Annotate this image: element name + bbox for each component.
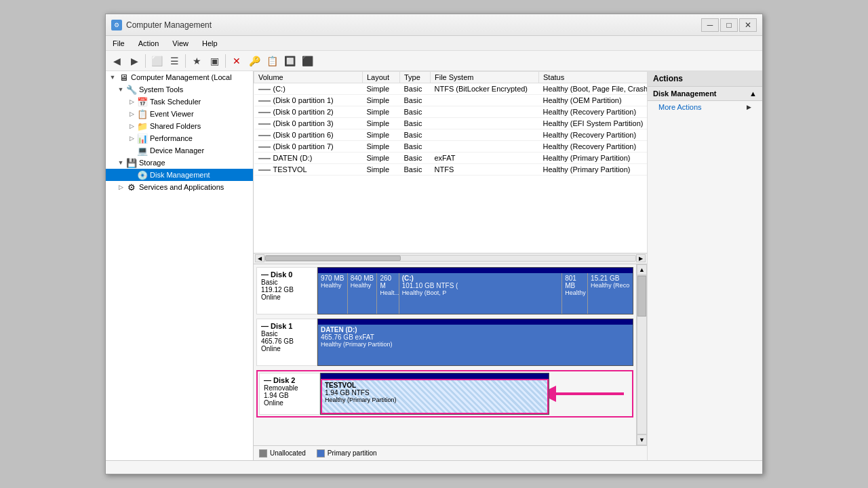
disk-row-2[interactable]: — Disk 2 Removable 1.94 GB Online TESTVO… [256, 370, 633, 418]
cell-layout: Simple [363, 141, 400, 152]
legend-unallocated-label: Unallocated [270, 449, 306, 457]
cell-status: Healthy (OEM Partition) [539, 95, 648, 106]
tree-shared-folders[interactable]: ▷ 📁 Shared Folders [106, 120, 253, 132]
col-header-status: Status [539, 72, 648, 83]
tree-storage[interactable]: ▼ 💾 Storage [106, 157, 253, 169]
table-row[interactable]: (Disk 0 partition 2) Simple Basic Health… [254, 106, 648, 118]
legend-unallocated: Unallocated [259, 449, 306, 458]
table-row[interactable]: (Disk 0 partition 1) Simple Basic Health… [254, 95, 648, 106]
properties-button[interactable]: ⬛ [299, 53, 315, 69]
delete-button[interactable]: ✕ [229, 53, 245, 69]
part-status: Healthy (Primary Partition) [325, 396, 545, 403]
app-icon: ⚙ [111, 20, 122, 30]
more-actions-arrow: ▶ [747, 104, 751, 110]
tree-task-scheduler[interactable]: ▷ 📅 Task Scheduler [106, 96, 253, 108]
menu-view[interactable]: View [165, 38, 195, 49]
disk-part-0-2[interactable]: 260 M Healt... [377, 273, 399, 314]
info-button[interactable]: 📋 [264, 53, 280, 69]
task-expand-icon: ▷ [127, 98, 136, 106]
back-button[interactable]: ◀ [108, 53, 125, 69]
show-hide-button[interactable]: ☰ [166, 53, 182, 69]
forward-button[interactable]: ▶ [126, 53, 142, 69]
disk-scroll-content[interactable]: — Disk 0 Basic 119.12 GB Online 970 MB H… [254, 264, 636, 446]
cell-status: Healthy (Recovery Partition) [539, 129, 648, 141]
cell-volume: (Disk 0 partition 6) [254, 129, 363, 141]
legend-primary-box [317, 449, 325, 458]
table-row[interactable]: TESTVOL Simple Basic NTFS Healthy (Prima… [254, 164, 648, 176]
table-row[interactable]: (C:) Simple Basic NTFS (BitLocker Encryp… [254, 83, 648, 95]
menu-help[interactable]: Help [195, 38, 224, 49]
v-scroll-down[interactable]: ▼ [637, 434, 647, 445]
tree-panel: ▼ 🖥 Computer Management (Local ▼ 🔧 Syste… [106, 71, 254, 460]
disk-part-2-0[interactable]: TESTVOL 1.94 GB NTFS Healthy (Primary Pa… [321, 379, 549, 414]
disk-status: Online [261, 345, 313, 352]
minimize-button[interactable]: ─ [701, 18, 719, 32]
toolbar: ◀ ▶ ⬜ ☰ ★ ▣ ✕ 🔑 📋 🔲 ⬛ [106, 51, 762, 71]
toolbar-sep-1 [145, 54, 146, 68]
disk-label-0: — Disk 0 Basic 119.12 GB Online [256, 267, 317, 314]
table-row[interactable]: (Disk 0 partition 6) Simple Basic Health… [254, 129, 648, 141]
refresh-button[interactable]: 🔲 [281, 53, 298, 69]
disk-part-1-0[interactable]: DATEN (D:) 465.76 GB exFAT Healthy (Prim… [318, 325, 633, 365]
menu-file[interactable]: File [106, 38, 132, 49]
config-button[interactable]: 🔑 [246, 53, 262, 69]
h-scroll-left[interactable]: ◀ [255, 254, 264, 262]
disk-part-0-3[interactable]: (C:) 101.10 GB NTFS ( Healthy (Boot, P [399, 273, 563, 314]
disk-part-0-4[interactable]: 801 MB Healthy [562, 273, 588, 314]
tree-task-scheduler-label: Task Scheduler [150, 98, 201, 106]
cell-volume: TESTVOL [254, 164, 363, 176]
disk-bar [321, 373, 549, 379]
tree-disk-management[interactable]: 💿 Disk Management [106, 169, 253, 181]
disk-bar [318, 319, 633, 325]
export-button[interactable]: ▣ [206, 53, 222, 69]
part-size: 840 MB [351, 274, 374, 282]
tree-event-viewer[interactable]: ▷ 📋 Event Viewer [106, 108, 253, 120]
disk-part-0-0[interactable]: 970 MB Healthy [318, 273, 348, 314]
cell-status: Healthy (EFI System Partition) [539, 118, 648, 129]
v-scroll-up[interactable]: ▲ [637, 264, 647, 275]
tree-performance-label: Performance [150, 134, 193, 142]
table-row[interactable]: (Disk 0 partition 3) Simple Basic Health… [254, 118, 648, 129]
disk-part-0-1[interactable]: 840 MB Healthy [348, 273, 378, 314]
table-row[interactable]: (Disk 0 partition 7) Simple Basic Health… [254, 141, 648, 152]
cell-fs: exFAT [431, 152, 539, 164]
up-button[interactable]: ⬜ [149, 53, 165, 69]
maximize-button[interactable]: □ [720, 18, 738, 32]
tree-services-label: Services and Applications [139, 183, 224, 191]
disk-parts-row: DATEN (D:) 465.76 GB exFAT Healthy (Prim… [318, 325, 633, 365]
table-row[interactable]: DATEN (D:) Simple Basic exFAT Healthy (P… [254, 152, 648, 164]
h-scroll-right[interactable]: ▶ [636, 254, 646, 262]
cell-type: Basic [400, 164, 431, 176]
more-actions-link[interactable]: More Actions ▶ [648, 101, 762, 113]
horizontal-scrollbar[interactable]: ◀ ▶ [254, 253, 647, 264]
disk-label-2: — Disk 2 Removable 1.94 GB Online [259, 373, 320, 415]
disk-row-0[interactable]: — Disk 0 Basic 119.12 GB Online 970 MB H… [256, 267, 633, 314]
v-scroll-track[interactable] [637, 275, 647, 435]
cell-volume: (Disk 0 partition 3) [254, 118, 363, 129]
disk-row-1[interactable]: — Disk 1 Basic 465.76 GB Online DATEN (D… [256, 319, 633, 366]
h-scroll-track[interactable] [264, 255, 636, 262]
tree-root[interactable]: ▼ 🖥 Computer Management (Local [106, 71, 253, 83]
cell-volume: (Disk 0 partition 2) [254, 106, 363, 118]
disk-part-0-5[interactable]: 15.21 GB Healthy (Reco [588, 273, 633, 314]
part-status: Healthy [321, 282, 344, 289]
disk-expand-icon [127, 171, 136, 179]
close-button[interactable]: ✕ [739, 18, 757, 32]
part-name: TESTVOL [325, 382, 545, 389]
cell-type: Basic [400, 83, 431, 95]
status-bar [106, 460, 762, 474]
disk-status: Online [264, 399, 315, 407]
partition-table-scroll[interactable]: Volume Layout Type File System Status (C… [254, 71, 647, 253]
tree-device-manager[interactable]: 💻 Device Manager [106, 144, 253, 157]
tree-system-tools[interactable]: ▼ 🔧 System Tools [106, 83, 253, 96]
menu-action[interactable]: Action [132, 38, 166, 49]
disk-management-section-title[interactable]: Disk Management ▲ [648, 87, 762, 101]
disk2-arrow-annotation [549, 373, 631, 415]
actions-title: Actions [653, 74, 683, 83]
window-controls: ─ □ ✕ [701, 18, 757, 32]
tree-performance[interactable]: ▷ 📊 Performance [106, 132, 253, 144]
help-button[interactable]: ★ [189, 53, 205, 69]
actions-section-label: Disk Management [653, 89, 717, 98]
tree-services[interactable]: ▷ ⚙ Services and Applications [106, 181, 253, 193]
part-size: 15.21 GB [591, 274, 630, 282]
